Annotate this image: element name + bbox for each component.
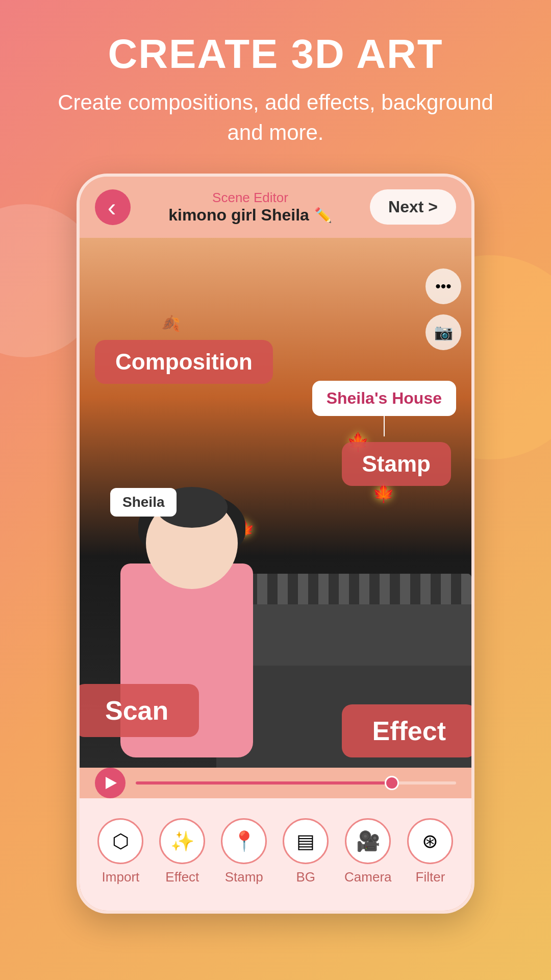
scene-title-area: Scene Editor kimono girl Sheila ✏️ <box>168 190 332 225</box>
progress-fill <box>136 781 392 785</box>
camera-icon[interactable]: 📷 <box>425 314 461 350</box>
subtitle: Create compositions, add effects, backgr… <box>0 88 551 148</box>
import-icon: ⬡ <box>97 818 143 864</box>
play-button[interactable] <box>95 768 126 798</box>
toolbar-item-bg[interactable]: ▤ BG <box>283 818 329 885</box>
composition-label[interactable]: Composition <box>95 340 273 384</box>
edit-icon[interactable]: ✏️ <box>314 207 332 224</box>
bottom-toolbar: ⬡ Import ✨ Effect 📍 Stamp ▤ BG 🎥 Camera … <box>80 798 471 911</box>
toolbar-item-camera[interactable]: 🎥 Camera <box>344 818 391 885</box>
more-options-icon[interactable]: ••• <box>425 268 461 304</box>
leaf-particle-1: 🍂 <box>161 314 180 332</box>
toolbar-item-import[interactable]: ⬡ Import <box>97 818 143 885</box>
sheilas-house-label[interactable]: Sheila's House <box>312 381 456 416</box>
scan-label[interactable]: Scan <box>77 684 199 737</box>
progress-thumb[interactable] <box>385 776 399 790</box>
play-icon <box>106 777 117 789</box>
leaf-particle-3: 🍁 <box>372 483 395 504</box>
back-button[interactable] <box>95 189 131 225</box>
toolbar-item-stamp[interactable]: 📍 Stamp <box>221 818 267 885</box>
toolbar-item-filter[interactable]: ⊛ Filter <box>407 818 453 885</box>
scene-name: kimono girl Sheila ✏️ <box>168 206 332 225</box>
main-title: CREATE 3D ART <box>108 31 443 78</box>
filter-label: Filter <box>416 869 445 885</box>
filter-icon: ⊛ <box>407 818 453 864</box>
effect-label-toolbar: Effect <box>165 869 199 885</box>
page-content: CREATE 3D ART Create compositions, add e… <box>0 0 551 914</box>
camera-toolbar-icon: 🎥 <box>345 818 391 864</box>
sheila-label[interactable]: Sheila <box>110 488 177 517</box>
toolbar-item-effect[interactable]: ✨ Effect <box>159 818 205 885</box>
scene-header: Scene Editor kimono girl Sheila ✏️ Next … <box>80 177 471 238</box>
progress-bar[interactable] <box>136 781 456 785</box>
bg-icon: ▤ <box>283 818 329 864</box>
effect-label[interactable]: Effect <box>342 704 474 757</box>
scene-editor-label: Scene Editor <box>168 190 332 206</box>
phone-mockup: Scene Editor kimono girl Sheila ✏️ Next … <box>77 174 474 914</box>
right-icons: ••• 📷 <box>425 268 461 350</box>
effect-icon: ✨ <box>159 818 205 864</box>
stamp-label[interactable]: Stamp <box>342 442 451 486</box>
import-label: Import <box>102 869 140 885</box>
bg-label: BG <box>296 869 315 885</box>
progress-area <box>80 768 471 798</box>
camera-label: Camera <box>344 869 391 885</box>
stamp-label-toolbar: Stamp <box>225 869 263 885</box>
next-button[interactable]: Next > <box>370 189 456 225</box>
stamp-icon: 📍 <box>221 818 267 864</box>
